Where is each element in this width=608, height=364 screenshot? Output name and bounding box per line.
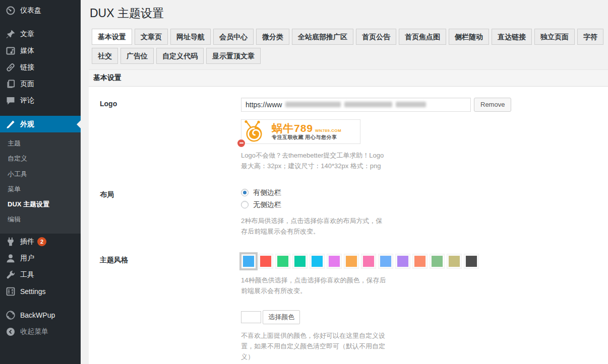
sidebar-item-media[interactable]: 媒体 [0,42,81,59]
layout-option[interactable]: 无侧边栏 [241,200,608,209]
sidebar-item-comments[interactable]: 评论 [0,92,81,109]
tab-全站底部推广区[interactable]: 全站底部推广区 [292,29,353,45]
theme-style-label: 主题风格 [89,254,241,362]
theme-color-swatch[interactable] [361,254,376,269]
theme-color-swatch[interactable] [310,254,325,269]
plugin-icon [6,237,16,247]
appearance-icon [6,119,16,129]
submenu-item[interactable]: 自定义 [0,151,81,166]
sidebar-item-settings[interactable]: Settings [0,283,81,300]
tab-文章页[interactable]: 文章页 [135,29,168,45]
sidebar-item-plugins[interactable]: 插件2 [0,234,81,250]
logo-label: Logo [89,98,241,172]
sidebar-item-label: 媒体 [20,46,34,55]
sidebar-item-label: 页面 [20,80,34,89]
logo-url-value: https://www [246,101,282,109]
sidebar-item-collapse-menu[interactable]: 收起菜单 [0,324,81,340]
remove-logo-button[interactable]: Remove [474,98,511,112]
swatch-color [397,256,408,267]
collapse-icon [6,327,16,337]
sidebar-item-posts[interactable]: 文章 [0,26,81,42]
theme-color-swatches [241,254,608,269]
swatch-color [294,256,306,267]
submenu-item[interactable]: 编辑 [0,212,81,227]
logo-tagline-text: 专注互联收藏 用心与您分享 [272,135,357,140]
redacted-url-segment [344,102,392,107]
swatch-color [449,256,460,267]
submenu-item[interactable]: DUX 主题设置 [0,197,81,212]
theme-color-swatch[interactable] [344,254,359,269]
sidebar-item-tools[interactable]: 工具 [0,267,81,283]
radio-checked-icon[interactable] [241,189,249,196]
sidebar-item-links[interactable]: 链接 [0,59,81,76]
layout-row: 布局 有侧边栏无侧边栏 2种布局供选择，点击选择你喜欢的布局方式，保存后前端展示… [89,188,608,237]
swatch-color [346,256,357,267]
sidebar-item-backwpup[interactable]: BackWPup [0,307,81,324]
theme-color-swatch[interactable] [327,254,342,269]
swatch-color [432,256,443,267]
theme-color-swatch[interactable] [292,254,308,269]
logo-help-text: Logo不会做？去themebetter提交工单求助！Logo 最大高：32px… [241,150,388,172]
tab-网址导航[interactable]: 网址导航 [170,29,211,45]
tab-独立页面[interactable]: 独立页面 [534,29,575,45]
logo-row: Logo https://www Remove [89,98,608,172]
sidebar-item-label: 评论 [20,96,34,105]
tab-自定义代码[interactable]: 自定义代码 [156,48,204,64]
tab-会员中心[interactable]: 会员中心 [213,29,254,45]
tab-字符[interactable]: 字符 [577,29,603,45]
sidebar-item-label: 工具 [20,270,34,279]
choose-color-button[interactable]: 选择颜色 [263,310,300,324]
theme-color-swatch[interactable] [395,254,410,269]
swatch-color [414,256,425,267]
sidebar-item-label: Settings [20,287,46,296]
current-menu-arrow [77,120,81,128]
swatch-color [277,256,288,267]
menu-separator [0,109,81,116]
settings-icon [6,286,16,297]
theme-color-swatch[interactable] [258,254,273,269]
theme-color-swatch[interactable] [378,254,393,269]
tab-基本设置[interactable]: 基本设置 [92,29,132,45]
sidebar-item-users[interactable]: 用户 [0,250,81,267]
tab-微分类[interactable]: 微分类 [256,29,289,45]
settings-panel: 基本设置 Logo https://www Remove [89,69,608,364]
swatch-color [260,256,271,267]
sidebar-item-appearance[interactable]: 外观 [0,116,81,132]
sidebar-item-label: 用户 [20,254,34,263]
dashboard-icon [6,6,16,16]
sidebar-item-pages[interactable]: 页面 [0,76,81,92]
theme-style-row: 主题风格 14种颜色供选择，点击选择你喜欢的颜色，保存后前端展示会有所改变。 选… [89,254,608,362]
redacted-url-segment [285,102,341,107]
pages-icon [6,79,16,89]
submenu-item[interactable]: 菜单 [0,182,81,197]
menu-separator [0,19,81,26]
theme-color-swatch[interactable] [447,254,462,269]
tab-首页焦点图[interactable]: 首页焦点图 [399,29,446,45]
layout-option[interactable]: 有侧边栏 [241,188,608,197]
logo-brand-text: 蜗牛789 [272,123,313,133]
submenu-item[interactable]: 小工具 [0,167,81,182]
theme-color-swatch[interactable] [430,254,445,269]
custom-color-help-text: 不喜欢上面提供的颜色，你好可以在这里自定义设置，如果不用自定义颜色清空即可（默认… [241,330,388,362]
tabs-row: 基本设置文章页网址导航会员中心微分类全站底部推广区首页公告首页焦点图侧栏随动直达… [92,29,606,48]
tab-直达链接[interactable]: 直达链接 [492,29,532,45]
current-color-swatch[interactable] [241,311,261,323]
theme-color-swatch[interactable] [412,254,428,269]
redacted-url-segment [396,102,426,107]
tab-显示置顶文章[interactable]: 显示置顶文章 [206,48,261,64]
sidebar-item-dashboard[interactable]: 仪表盘 [0,2,81,19]
theme-color-swatch[interactable] [275,254,290,269]
submenu-item[interactable]: 主题 [0,136,81,151]
tab-侧栏随动[interactable]: 侧栏随动 [449,29,489,45]
theme-color-swatch[interactable] [464,254,479,269]
tab-首页公告[interactable]: 首页公告 [356,29,396,45]
radio-unchecked-icon[interactable] [241,201,249,208]
logo-preview-image: 蜗牛789 WN789.COM 专注互联收藏 用心与您分享 [241,119,360,144]
theme-color-swatch[interactable] [241,254,256,269]
tab-社交[interactable]: 社交 [92,48,118,64]
pin-icon [6,29,16,39]
tab-广告位[interactable]: 广告位 [120,48,154,64]
logo-url-input[interactable]: https://www [241,98,471,112]
layout-help-text: 2种布局供选择，点击选择你喜欢的布局方式，保存后前端展示会有所改变。 [241,215,388,237]
delete-logo-icon[interactable] [237,139,245,147]
